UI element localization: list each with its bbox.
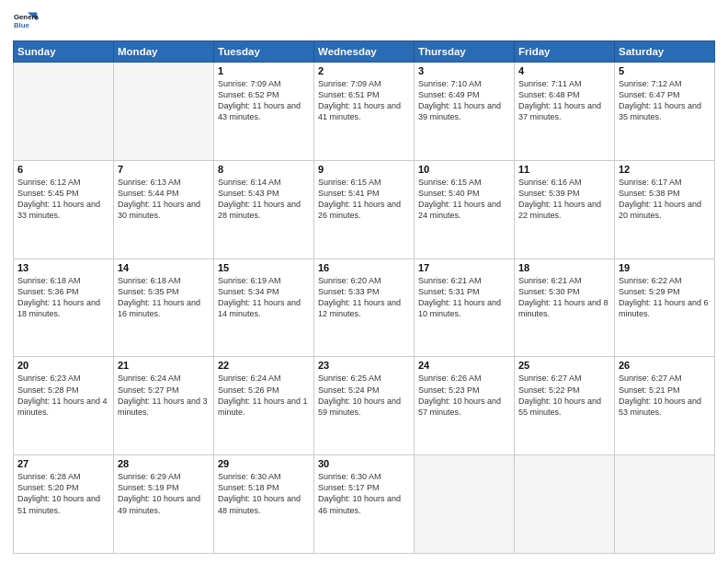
day-number: 16: [318, 262, 410, 273]
calendar-cell: [615, 455, 715, 554]
day-number: 14: [118, 262, 210, 273]
day-number: 15: [218, 262, 310, 273]
calendar-week-row: 6Sunrise: 6:12 AM Sunset: 5:45 PM Daylig…: [14, 160, 715, 259]
day-info: Sunrise: 6:27 AM Sunset: 5:21 PM Dayligh…: [619, 373, 711, 418]
calendar-cell: 5Sunrise: 7:12 AM Sunset: 6:47 PM Daylig…: [615, 63, 715, 161]
day-info: Sunrise: 6:14 AM Sunset: 5:43 PM Dayligh…: [218, 177, 310, 222]
calendar-cell: [114, 63, 214, 161]
day-number: 28: [118, 458, 210, 469]
day-info: Sunrise: 6:24 AM Sunset: 5:27 PM Dayligh…: [118, 373, 210, 418]
logo-icon: General Blue: [13, 9, 39, 35]
calendar-cell: 22Sunrise: 6:24 AM Sunset: 5:26 PM Dayli…: [214, 357, 314, 455]
day-info: Sunrise: 6:24 AM Sunset: 5:26 PM Dayligh…: [218, 373, 310, 418]
weekday-header: Saturday: [615, 41, 715, 63]
calendar-cell: [415, 455, 515, 554]
day-info: Sunrise: 6:21 AM Sunset: 5:31 PM Dayligh…: [418, 275, 510, 320]
calendar-cell: 13Sunrise: 6:18 AM Sunset: 5:36 PM Dayli…: [14, 259, 114, 357]
day-info: Sunrise: 6:12 AM Sunset: 5:45 PM Dayligh…: [17, 177, 109, 222]
calendar-cell: [14, 63, 114, 161]
calendar-cell: 26Sunrise: 6:27 AM Sunset: 5:21 PM Dayli…: [615, 357, 715, 455]
calendar-week-row: 20Sunrise: 6:23 AM Sunset: 5:28 PM Dayli…: [14, 357, 715, 455]
day-number: 3: [418, 65, 510, 76]
day-number: 2: [318, 65, 410, 76]
svg-text:Blue: Blue: [14, 21, 30, 29]
weekday-header: Wednesday: [314, 41, 415, 63]
weekday-header: Tuesday: [214, 41, 314, 63]
calendar-week-row: 27Sunrise: 6:28 AM Sunset: 5:20 PM Dayli…: [14, 455, 715, 554]
day-number: 13: [17, 262, 109, 273]
calendar-cell: 14Sunrise: 6:18 AM Sunset: 5:35 PM Dayli…: [114, 259, 214, 357]
calendar-cell: 3Sunrise: 7:10 AM Sunset: 6:49 PM Daylig…: [415, 63, 515, 161]
calendar-week-row: 1Sunrise: 7:09 AM Sunset: 6:52 PM Daylig…: [14, 63, 715, 161]
day-number: 7: [118, 164, 210, 175]
weekday-header: Sunday: [14, 41, 114, 63]
day-number: 23: [318, 360, 410, 371]
calendar-cell: 23Sunrise: 6:25 AM Sunset: 5:24 PM Dayli…: [314, 357, 415, 455]
day-number: 6: [17, 164, 109, 175]
day-number: 8: [218, 164, 310, 175]
day-info: Sunrise: 6:17 AM Sunset: 5:38 PM Dayligh…: [619, 177, 711, 222]
calendar-cell: [515, 455, 615, 554]
calendar-cell: 6Sunrise: 6:12 AM Sunset: 5:45 PM Daylig…: [14, 160, 114, 259]
day-number: 1: [218, 65, 310, 76]
calendar-cell: 11Sunrise: 6:16 AM Sunset: 5:39 PM Dayli…: [515, 160, 615, 259]
calendar-cell: 27Sunrise: 6:28 AM Sunset: 5:20 PM Dayli…: [14, 455, 114, 554]
calendar-cell: 18Sunrise: 6:21 AM Sunset: 5:30 PM Dayli…: [515, 259, 615, 357]
calendar-cell: 12Sunrise: 6:17 AM Sunset: 5:38 PM Dayli…: [615, 160, 715, 259]
day-info: Sunrise: 6:28 AM Sunset: 5:20 PM Dayligh…: [17, 471, 109, 516]
day-number: 12: [619, 164, 711, 175]
day-info: Sunrise: 6:20 AM Sunset: 5:33 PM Dayligh…: [318, 275, 410, 320]
day-info: Sunrise: 6:18 AM Sunset: 5:36 PM Dayligh…: [17, 275, 109, 320]
day-number: 9: [318, 164, 410, 175]
day-number: 18: [518, 262, 610, 273]
day-info: Sunrise: 6:15 AM Sunset: 5:40 PM Dayligh…: [418, 177, 510, 222]
day-number: 26: [619, 360, 711, 371]
day-info: Sunrise: 7:10 AM Sunset: 6:49 PM Dayligh…: [418, 78, 510, 123]
calendar-cell: 7Sunrise: 6:13 AM Sunset: 5:44 PM Daylig…: [114, 160, 214, 259]
day-number: 20: [17, 360, 109, 371]
calendar-body: 1Sunrise: 7:09 AM Sunset: 6:52 PM Daylig…: [14, 63, 715, 554]
weekday-header: Monday: [114, 41, 214, 63]
calendar-cell: 24Sunrise: 6:26 AM Sunset: 5:23 PM Dayli…: [415, 357, 515, 455]
day-info: Sunrise: 6:30 AM Sunset: 5:18 PM Dayligh…: [218, 471, 310, 516]
day-number: 4: [518, 65, 610, 76]
calendar-cell: 4Sunrise: 7:11 AM Sunset: 6:48 PM Daylig…: [515, 63, 615, 161]
calendar-cell: 19Sunrise: 6:22 AM Sunset: 5:29 PM Dayli…: [615, 259, 715, 357]
calendar-cell: 20Sunrise: 6:23 AM Sunset: 5:28 PM Dayli…: [14, 357, 114, 455]
day-info: Sunrise: 6:25 AM Sunset: 5:24 PM Dayligh…: [318, 373, 410, 418]
calendar-cell: 28Sunrise: 6:29 AM Sunset: 5:19 PM Dayli…: [114, 455, 214, 554]
calendar-cell: 10Sunrise: 6:15 AM Sunset: 5:40 PM Dayli…: [415, 160, 515, 259]
day-info: Sunrise: 7:09 AM Sunset: 6:52 PM Dayligh…: [218, 78, 310, 123]
calendar-cell: 30Sunrise: 6:30 AM Sunset: 5:17 PM Dayli…: [314, 455, 415, 554]
day-info: Sunrise: 7:12 AM Sunset: 6:47 PM Dayligh…: [619, 78, 711, 123]
calendar-cell: 29Sunrise: 6:30 AM Sunset: 5:18 PM Dayli…: [214, 455, 314, 554]
calendar-cell: 1Sunrise: 7:09 AM Sunset: 6:52 PM Daylig…: [214, 63, 314, 161]
day-info: Sunrise: 6:18 AM Sunset: 5:35 PM Dayligh…: [118, 275, 210, 320]
calendar-cell: 21Sunrise: 6:24 AM Sunset: 5:27 PM Dayli…: [114, 357, 214, 455]
day-number: 22: [218, 360, 310, 371]
day-number: 11: [518, 164, 610, 175]
day-info: Sunrise: 6:30 AM Sunset: 5:17 PM Dayligh…: [318, 471, 410, 516]
day-info: Sunrise: 6:19 AM Sunset: 5:34 PM Dayligh…: [218, 275, 310, 320]
day-number: 19: [619, 262, 711, 273]
day-info: Sunrise: 6:27 AM Sunset: 5:22 PM Dayligh…: [518, 373, 610, 418]
calendar-week-row: 13Sunrise: 6:18 AM Sunset: 5:36 PM Dayli…: [14, 259, 715, 357]
calendar-cell: 2Sunrise: 7:09 AM Sunset: 6:51 PM Daylig…: [314, 63, 415, 161]
day-number: 17: [418, 262, 510, 273]
day-number: 24: [418, 360, 510, 371]
day-number: 21: [118, 360, 210, 371]
day-info: Sunrise: 6:13 AM Sunset: 5:44 PM Dayligh…: [118, 177, 210, 222]
day-info: Sunrise: 6:22 AM Sunset: 5:29 PM Dayligh…: [619, 275, 711, 320]
calendar-cell: 16Sunrise: 6:20 AM Sunset: 5:33 PM Dayli…: [314, 259, 415, 357]
weekday-header: Thursday: [415, 41, 515, 63]
day-info: Sunrise: 7:11 AM Sunset: 6:48 PM Dayligh…: [518, 78, 610, 123]
day-info: Sunrise: 6:15 AM Sunset: 5:41 PM Dayligh…: [318, 177, 410, 222]
day-number: 29: [218, 458, 310, 469]
day-info: Sunrise: 6:23 AM Sunset: 5:28 PM Dayligh…: [17, 373, 109, 418]
calendar-header-row: SundayMondayTuesdayWednesdayThursdayFrid…: [14, 41, 715, 63]
logo: General Blue: [13, 9, 39, 35]
weekday-header: Friday: [515, 41, 615, 63]
header: General Blue: [13, 9, 715, 35]
calendar-table: SundayMondayTuesdayWednesdayThursdayFrid…: [13, 40, 715, 554]
day-number: 25: [518, 360, 610, 371]
